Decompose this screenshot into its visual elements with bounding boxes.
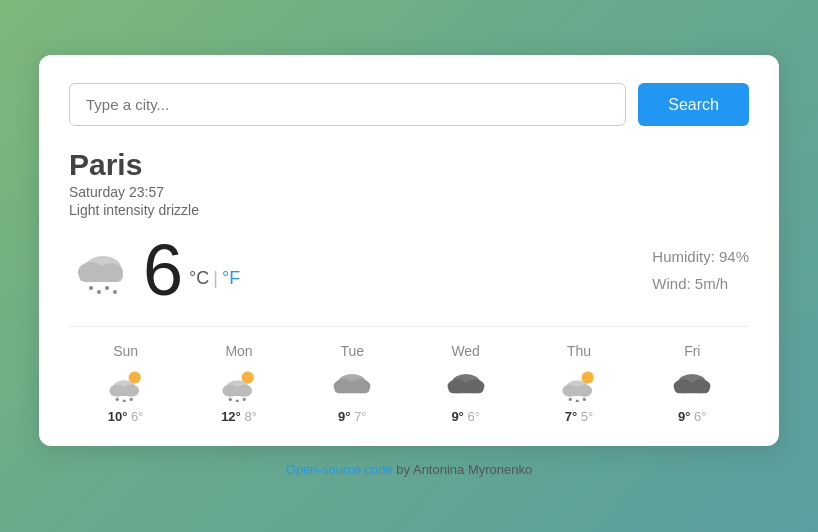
forecast-day: Sun 10° 6° — [69, 343, 182, 424]
forecast-low: 5° — [581, 409, 593, 424]
svg-point-23 — [243, 398, 246, 401]
forecast-high: 9° — [678, 409, 690, 424]
temperature-display: 6 °C | °F — [143, 234, 240, 306]
svg-point-5 — [97, 290, 101, 294]
forecast-temps: 9° 6° — [409, 409, 522, 424]
forecast-day: Mon 12° 8° — [182, 343, 295, 424]
svg-rect-43 — [675, 385, 710, 394]
forecast-day-label: Fri — [636, 343, 749, 359]
svg-rect-27 — [335, 385, 370, 394]
temperature-units: °C | °F — [189, 268, 240, 289]
search-row: Search — [69, 83, 749, 126]
wind-label: Wind: 5m/h — [652, 270, 749, 297]
svg-point-14 — [122, 400, 125, 402]
forecast-day-label: Mon — [182, 343, 295, 359]
forecast-temps: 9° 6° — [636, 409, 749, 424]
city-name: Paris — [69, 148, 749, 182]
forecast-day-label: Sun — [69, 343, 182, 359]
weather-card: Search Paris Saturday 23:57 Light intens… — [39, 55, 779, 446]
forecast-high: 7° — [565, 409, 577, 424]
svg-point-15 — [129, 398, 132, 401]
forecast-low: 6° — [131, 409, 143, 424]
svg-point-6 — [105, 286, 109, 290]
forecast-high: 12° — [221, 409, 241, 424]
forecast-day-label: Thu — [522, 343, 635, 359]
forecast-high: 10° — [108, 409, 128, 424]
forecast-temps: 9° 7° — [296, 409, 409, 424]
forecast-day-label: Wed — [409, 343, 522, 359]
forecast-icon-4 — [558, 367, 600, 403]
temperature-value: 6 — [143, 234, 183, 306]
svg-rect-31 — [448, 385, 483, 394]
weather-details: Humidity: 94% Wind: 5m/h — [652, 243, 749, 297]
forecast-day: Tue 9° 7° — [296, 343, 409, 424]
svg-point-22 — [236, 400, 239, 402]
forecast-icon-5 — [671, 367, 713, 403]
forecast-high: 9° — [338, 409, 350, 424]
svg-point-7 — [113, 290, 117, 294]
svg-rect-36 — [563, 387, 591, 396]
forecast-low: 7° — [354, 409, 366, 424]
date-time: Saturday 23:57 — [69, 184, 749, 200]
forecast-low: 6° — [694, 409, 706, 424]
forecast-low: 8° — [244, 409, 256, 424]
svg-point-37 — [569, 398, 572, 401]
city-search-input[interactable] — [69, 83, 626, 126]
forecast-temps: 7° 5° — [522, 409, 635, 424]
forecast-day: Fri 9° 6° — [636, 343, 749, 424]
unit-separator: | — [213, 268, 218, 289]
current-weather-icon — [69, 240, 133, 300]
forecast-temps: 10° 6° — [69, 409, 182, 424]
fahrenheit-label[interactable]: °F — [222, 268, 240, 289]
forecast-icon-0 — [105, 367, 147, 403]
svg-rect-20 — [223, 387, 251, 396]
svg-point-39 — [583, 398, 586, 401]
svg-rect-3 — [79, 270, 123, 282]
forecast-day: Thu 7° 5° — [522, 343, 635, 424]
forecast-icon-1 — [218, 367, 260, 403]
svg-point-21 — [229, 398, 232, 401]
weather-main: 6 °C | °F Humidity: 94% Wind: 5m/h — [69, 234, 749, 306]
forecast-day: Wed 9° 6° — [409, 343, 522, 424]
celsius-label[interactable]: °C — [189, 268, 209, 289]
forecast-high: 9° — [451, 409, 463, 424]
forecast-icon-2 — [331, 367, 373, 403]
forecast-icon-3 — [445, 367, 487, 403]
source-link[interactable]: Open-source code — [286, 462, 393, 477]
forecast-day-label: Tue — [296, 343, 409, 359]
forecast-temps: 12° 8° — [182, 409, 295, 424]
search-button[interactable]: Search — [638, 83, 749, 126]
svg-point-38 — [576, 400, 579, 402]
svg-point-13 — [115, 398, 118, 401]
footer: Open-source code by Antonina Myronenko — [286, 462, 532, 477]
forecast-row: Sun 10° 6° Mon — [69, 326, 749, 424]
weather-description: Light intensity drizzle — [69, 202, 749, 218]
footer-suffix: by Antonina Myronenko — [393, 462, 532, 477]
svg-rect-12 — [110, 387, 138, 396]
svg-point-4 — [89, 286, 93, 290]
humidity-label: Humidity: 94% — [652, 243, 749, 270]
forecast-low: 6° — [467, 409, 479, 424]
